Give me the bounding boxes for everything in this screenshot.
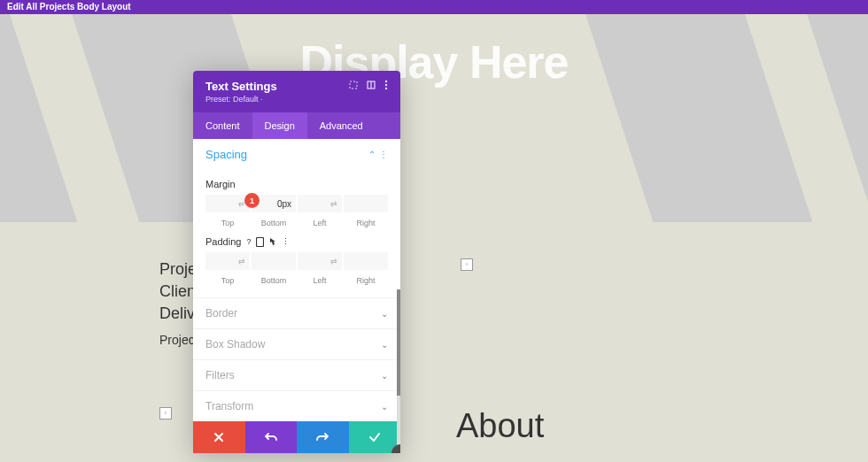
top-bar-title: Edit All Projects Body Layout <box>7 2 131 12</box>
tab-design[interactable]: Design <box>252 112 307 139</box>
link-icon[interactable]: ⇄ <box>330 257 337 266</box>
image-placeholder-icon <box>461 258 473 271</box>
hover-icon[interactable] <box>269 237 276 247</box>
padding-bottom-input[interactable] <box>252 252 296 270</box>
section-box-shadow[interactable]: Box Shadow ⌄ <box>193 328 400 359</box>
padding-left-input[interactable]: ⇄ <box>298 252 342 270</box>
chevron-up-icon[interactable]: ⌃ <box>368 150 376 159</box>
panel-title: Text Settings <box>205 80 277 93</box>
more-icon[interactable]: ⋮ <box>379 150 388 159</box>
undo-button[interactable] <box>245 421 298 453</box>
svg-point-5 <box>385 88 387 89</box>
cancel-button[interactable] <box>193 421 245 453</box>
svg-rect-0 <box>350 81 357 89</box>
chevron-down-icon: ⌄ <box>381 340 388 350</box>
link-icon[interactable]: ⇄ <box>238 257 245 266</box>
spacing-body: Margin ⇄ 0px ⇄ Top Bottom Left Right 1 P… <box>193 170 400 297</box>
panel-preset[interactable]: Preset: Default · <box>205 95 277 104</box>
tablet-icon[interactable] <box>256 237 264 247</box>
margin-label: Margin <box>205 179 388 189</box>
padding-top-input[interactable]: ⇄ <box>205 252 250 270</box>
expand-icon[interactable] <box>349 81 358 89</box>
more-icon[interactable]: ⋮ <box>282 237 290 247</box>
panel-tabs: Content Design Advanced <box>193 112 400 139</box>
margin-top-input[interactable]: ⇄ <box>205 195 250 212</box>
top-bar: Edit All Projects Body Layout <box>0 0 868 14</box>
margin-right-input[interactable] <box>344 195 388 212</box>
columns-icon[interactable] <box>367 81 376 89</box>
hero-title: Display Here <box>0 35 868 89</box>
action-row <box>193 421 400 453</box>
about-heading: About <box>456 407 544 445</box>
section-filters[interactable]: Filters ⌄ <box>193 359 400 390</box>
svg-rect-6 <box>257 237 264 246</box>
panel-header[interactable]: Text Settings Preset: Default · <box>193 71 400 112</box>
chevron-down-icon: ⌄ <box>381 309 388 319</box>
tab-advanced[interactable]: Advanced <box>307 112 376 139</box>
padding-right-input[interactable] <box>344 252 388 270</box>
redo-button[interactable] <box>297 421 349 453</box>
link-icon[interactable]: ⇄ <box>330 199 337 208</box>
padding-label: Padding ? ⋮ <box>205 236 388 247</box>
svg-point-3 <box>385 81 387 82</box>
settings-panel: Text Settings Preset: Default · Content … <box>193 71 400 453</box>
chevron-down-icon: ⌄ <box>381 402 388 412</box>
more-icon[interactable] <box>384 80 388 90</box>
chevron-down-icon: ⌄ <box>381 371 388 381</box>
section-border[interactable]: Border ⌄ <box>193 297 400 328</box>
scrollbar[interactable] <box>397 289 400 453</box>
help-icon[interactable]: ? <box>246 237 251 247</box>
section-spacing[interactable]: Spacing ⌃ ⋮ <box>193 139 400 170</box>
image-placeholder-icon <box>159 407 172 420</box>
section-transform[interactable]: Transform ⌄ <box>193 390 400 421</box>
hotspot-marker[interactable]: 1 <box>244 193 260 208</box>
tab-content[interactable]: Content <box>193 112 252 139</box>
svg-point-4 <box>385 84 387 86</box>
margin-left-input[interactable]: ⇄ <box>298 195 342 212</box>
